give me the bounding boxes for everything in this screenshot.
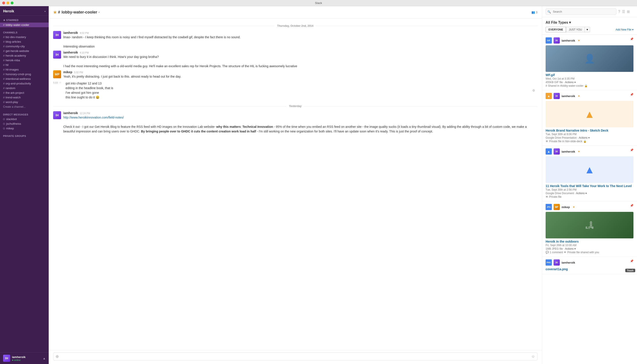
trash-badge[interactable]: Trash [625,269,635,272]
window-controls[interactable] [2,2,14,4]
pin-icon[interactable]: 📌 [630,37,633,41]
file-item-header: PNG IH iamheroik [546,260,633,266]
channel-chevron-icon[interactable]: ▾ [99,11,100,14]
file-actions: Google Drive Document · Actions ▾ [546,192,633,195]
close-button[interactable] [2,2,5,4]
sidebar-item-intentional-wellness[interactable]: #intentional-wellness [0,76,49,81]
app-container: Heroik ▾ ★ STARRED # lobby-water-cooler … [0,6,637,364]
message-time: 4:02 PM [80,32,89,34]
message-header: iamheroik 12:24 PM [63,111,537,115]
file-name[interactable]: WF.gif [546,73,633,77]
gear-icon[interactable]: ⚙ [532,89,535,92]
attach-icon[interactable]: ⊕ [56,354,59,359]
sidebar-item-community-city[interactable]: #community-city [0,44,49,49]
file-name[interactable]: Heroik Brand Narrative Intro - Sketch De… [546,129,633,132]
search-input[interactable] [546,8,616,15]
file-star-icon[interactable]: ★ [573,206,575,208]
sidebar-item-label: biz-dev-mastery [6,36,26,39]
sidebar-item-word-play[interactable]: #word-play [0,100,49,104]
star-icon[interactable]: ☆ [59,81,61,84]
message-content: iamheroik 12:24 PM http://www.heroikinno… [63,111,537,134]
emoji-icon[interactable]: ☺ [531,354,535,358]
file-uploader: mikep [561,206,570,209]
add-file-button[interactable]: Add New File ▾ [615,28,633,31]
sidebar-item-mikep[interactable]: mikep [0,126,49,131]
pin-icon[interactable]: 📌 [630,204,633,207]
filter-justyou-button[interactable]: JUST YOU [566,27,585,32]
message-group: IH iamheroik 4:02 PM lmao- random - I ke… [53,31,537,49]
file-meta: Wed, Oct 1st at 3:35 PM [546,77,633,80]
sidebar-item-org-and-productivity[interactable]: #org-and-productivity [0,81,49,86]
workspace-chevron[interactable]: ▾ [45,10,46,12]
message-input[interactable] [61,355,530,358]
starred-section: ★ STARRED # lobby-water-cooler [0,16,49,28]
file-name[interactable]: coverart1a.png [546,267,633,271]
sidebar-item-slackbot[interactable]: slackbot [0,117,49,122]
actions-link[interactable]: Actions ▾ [579,136,590,139]
sidebar-item-label: honorary-cmdr-prog [6,72,31,76]
sidebar-item-blog-articles[interactable]: #blog-articles [0,39,49,44]
file-type-dropdown[interactable]: All File Types ▾ [546,20,633,24]
sidebar-item-random[interactable]: #random [0,86,49,90]
messages-area[interactable]: Thursday, October 2nd, 2014 IH iamheroik… [49,18,542,350]
file-private: 👁 Private file in hbn-slide-deck 🔒 [546,140,633,143]
channel-hash: # [58,10,60,14]
file-actions: Google Drive Presentation · Actions ▾ [546,136,633,139]
sidebar-item-get-heroik-website[interactable]: #get-heroik-website [0,49,49,53]
sidebar-item-hil-images[interactable]: #hil-images [0,67,49,72]
message-author: iamheroik [63,31,78,34]
filter-everyone-button[interactable]: EVERYONE [546,27,566,32]
current-user[interactable]: IH iamheroik ● online [3,355,26,362]
file-shared: 💬 1 comment 👁 Private file shared with y… [546,251,633,254]
maximize-button[interactable] [11,2,14,4]
file-name[interactable]: 11 Heroik Tools that Will Take Your Work… [546,184,633,188]
member-count: 👥 3 [531,10,537,14]
message-text: We need to bury it in discussion I think… [63,54,537,68]
dm-label: mikep [6,127,14,130]
actions-link[interactable]: Actions ▾ [565,247,576,250]
file-type-label: All File Types [546,20,568,24]
sidebar-item-heroik-mba[interactable]: #heroik-mba [0,58,49,62]
input-box: ⊕ ☺ [53,352,537,360]
sidebar-item-the-ark-project[interactable]: #the-ark-project [0,90,49,95]
message-group: IH iamheroik 4:10 PM We need to bury it … [53,51,537,68]
file-star-icon[interactable]: ★ [578,94,580,98]
help-icon[interactable]: ? [618,10,620,14]
collapse-icon[interactable]: ▲ [43,357,46,360]
slides-icon: ▲ [584,108,595,120]
sidebar-item-heroik-academy[interactable]: #heroik-academy [0,53,49,58]
message-link[interactable]: http://www.heroikinnovation.com/field-no… [63,116,124,119]
sidebar-item-jschultheiss[interactable]: jschultheiss [0,122,49,126]
file-thumbnail: 🏞 [546,212,633,238]
avatar: IH [53,111,61,119]
file-star-icon[interactable]: ★ [578,39,580,42]
pin-icon[interactable]: 📌 [630,93,633,96]
sidebar-item-hil[interactable]: #hil [0,62,49,67]
search-icon: 🔍 [547,10,551,13]
create-channel-link[interactable]: Create a channel... [0,104,49,109]
sidebar-item-label: trend-watch [6,96,21,99]
sidebar-item-lobby-water-cooler[interactable]: # lobby-water-cooler [0,22,49,27]
workspace-name[interactable]: Heroik [3,9,14,13]
actions-link[interactable]: Actions ▾ [565,81,576,84]
file-name[interactable]: Heroik in the outdoors [546,240,633,243]
pin-icon[interactable]: 📌 [630,260,633,263]
sidebar-item-biz-dev-mastery[interactable]: #biz-dev-mastery [0,35,49,39]
sidebar-item-label: blog-articles [6,40,21,43]
actions-link[interactable]: Actions ▾ [576,192,587,195]
sidebar-item-trend-watch[interactable]: #trend-watch [0,95,49,100]
file-uploader: iamheroik [561,39,575,42]
grid-icon[interactable]: ⊞ [627,10,630,14]
file-shared: # Shared in #lobby-water-cooler 🔒 [546,84,633,87]
filter-dropdown-button[interactable]: ▾ [585,27,590,32]
minimize-button[interactable] [7,2,9,4]
star-icon: ★ [3,19,6,22]
sidebar-item-label: word-play [6,100,18,104]
pin-icon[interactable]: 📌 [630,148,633,152]
file-star-icon[interactable]: ★ [578,150,580,153]
direct-messages-section: DIRECT MESSAGES slackbot jschultheiss mi… [0,110,49,132]
sidebar-item-honorary-cmdr-prog[interactable]: #honorary-cmdr-prog [0,72,49,76]
file-type-png-icon: PNG [546,260,552,266]
dm-label: slackbot [6,118,17,121]
list-icon[interactable]: ☰ [622,10,625,14]
